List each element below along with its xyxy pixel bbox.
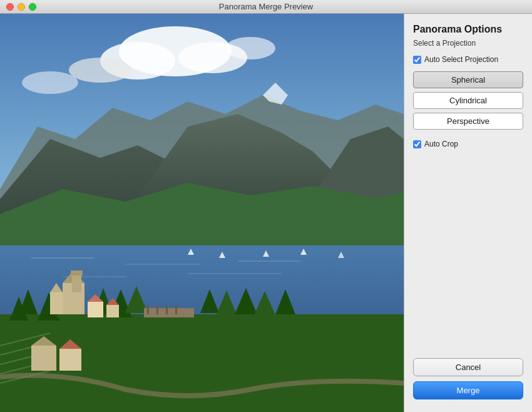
svg-rect-40 xyxy=(106,305,119,317)
svg-rect-38 xyxy=(88,302,103,317)
merge-button[interactable]: Merge xyxy=(413,381,523,399)
auto-crop-row: Auto Crop xyxy=(413,140,523,148)
auto-select-label[interactable]: Auto Select Projection xyxy=(424,55,498,64)
minimize-button[interactable] xyxy=(18,3,25,11)
auto-crop-checkbox[interactable] xyxy=(413,140,421,148)
svg-rect-45 xyxy=(166,305,168,314)
auto-select-row: Auto Select Projection xyxy=(413,55,523,64)
window-controls xyxy=(6,3,36,11)
auto-select-checkbox[interactable] xyxy=(413,56,421,64)
panel-subtitle: Select a Projection xyxy=(413,39,523,48)
svg-rect-42 xyxy=(144,308,194,317)
action-buttons: Cancel Merge xyxy=(413,358,523,402)
perspective-button[interactable]: Perspective xyxy=(413,113,523,130)
svg-rect-36 xyxy=(50,292,63,314)
svg-rect-44 xyxy=(156,305,158,314)
svg-rect-57 xyxy=(31,346,56,371)
options-panel: Panorama Options Select a Projection Aut… xyxy=(404,14,532,412)
cylindrical-button[interactable]: Cylindrical xyxy=(413,92,523,109)
auto-crop-label[interactable]: Auto Crop xyxy=(424,140,458,148)
panel-title: Panorama Options xyxy=(413,24,523,35)
main-content: Panorama Options Select a Projection Aut… xyxy=(0,14,532,412)
title-bar: Panorama Merge Preview xyxy=(0,0,532,14)
svg-rect-59 xyxy=(59,349,81,371)
close-button[interactable] xyxy=(6,3,14,11)
svg-point-5 xyxy=(225,37,275,59)
window-title: Panorama Merge Preview xyxy=(219,2,313,11)
svg-rect-43 xyxy=(147,305,149,314)
svg-marker-12 xyxy=(0,183,404,252)
svg-point-6 xyxy=(22,71,78,94)
svg-rect-34 xyxy=(72,274,81,292)
svg-rect-35 xyxy=(71,270,83,276)
svg-point-4 xyxy=(69,58,131,83)
panorama-preview xyxy=(0,14,404,412)
svg-rect-46 xyxy=(175,305,177,314)
cancel-button[interactable]: Cancel xyxy=(413,358,523,376)
maximize-button[interactable] xyxy=(29,3,36,11)
spherical-button[interactable]: Spherical xyxy=(413,71,523,88)
